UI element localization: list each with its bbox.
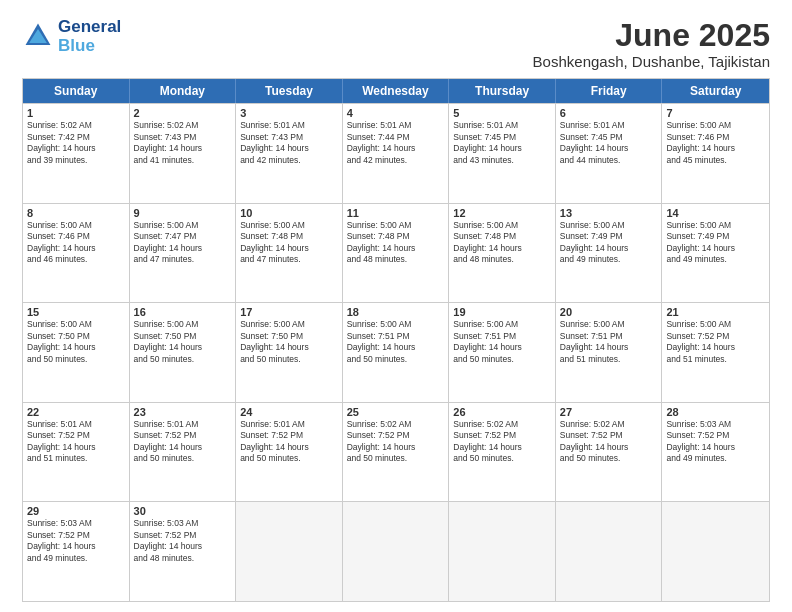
table-row (343, 502, 450, 601)
cell-text: Sunrise: 5:00 AM (27, 220, 125, 231)
table-row (236, 502, 343, 601)
table-row: 30Sunrise: 5:03 AMSunset: 7:52 PMDayligh… (130, 502, 237, 601)
cell-text: Sunrise: 5:01 AM (240, 419, 338, 430)
day-number: 16 (134, 306, 232, 318)
table-row (662, 502, 769, 601)
cell-text: and 43 minutes. (453, 155, 551, 166)
table-row: 16Sunrise: 5:00 AMSunset: 7:50 PMDayligh… (130, 303, 237, 402)
day-number: 13 (560, 207, 658, 219)
cell-text: Sunrise: 5:02 AM (134, 120, 232, 131)
table-row: 25Sunrise: 5:02 AMSunset: 7:52 PMDayligh… (343, 403, 450, 502)
calendar-body: 1Sunrise: 5:02 AMSunset: 7:42 PMDaylight… (23, 103, 769, 601)
cell-text: Sunset: 7:52 PM (666, 430, 765, 441)
cell-text: and 50 minutes. (453, 354, 551, 365)
calendar-row: 22Sunrise: 5:01 AMSunset: 7:52 PMDayligh… (23, 402, 769, 502)
logo: General Blue (22, 18, 121, 55)
header-saturday: Saturday (662, 79, 769, 103)
cell-text: Sunset: 7:52 PM (453, 430, 551, 441)
day-number: 28 (666, 406, 765, 418)
cell-text: Sunset: 7:43 PM (240, 132, 338, 143)
table-row: 29Sunrise: 5:03 AMSunset: 7:52 PMDayligh… (23, 502, 130, 601)
cell-text: and 50 minutes. (453, 453, 551, 464)
table-row: 6Sunrise: 5:01 AMSunset: 7:45 PMDaylight… (556, 104, 663, 203)
cell-text: and 44 minutes. (560, 155, 658, 166)
calendar-subtitle: Boshkengash, Dushanbe, Tajikistan (533, 53, 770, 70)
table-row: 2Sunrise: 5:02 AMSunset: 7:43 PMDaylight… (130, 104, 237, 203)
day-number: 20 (560, 306, 658, 318)
calendar-row: 1Sunrise: 5:02 AMSunset: 7:42 PMDaylight… (23, 103, 769, 203)
cell-text: and 50 minutes. (134, 453, 232, 464)
cell-text: Sunrise: 5:02 AM (347, 419, 445, 430)
day-number: 24 (240, 406, 338, 418)
cell-text: Sunrise: 5:00 AM (560, 319, 658, 330)
cell-text: Sunrise: 5:03 AM (134, 518, 232, 529)
cell-text: Daylight: 14 hours (27, 442, 125, 453)
cell-text: Sunset: 7:46 PM (27, 231, 125, 242)
cell-text: and 51 minutes. (27, 453, 125, 464)
cell-text: and 42 minutes. (347, 155, 445, 166)
cell-text: Sunset: 7:51 PM (560, 331, 658, 342)
cell-text: Daylight: 14 hours (134, 243, 232, 254)
table-row: 5Sunrise: 5:01 AMSunset: 7:45 PMDaylight… (449, 104, 556, 203)
header: General Blue June 2025 Boshkengash, Dush… (22, 18, 770, 70)
cell-text: Sunset: 7:52 PM (27, 530, 125, 541)
cell-text: and 39 minutes. (27, 155, 125, 166)
cell-text: Sunset: 7:52 PM (134, 430, 232, 441)
table-row: 15Sunrise: 5:00 AMSunset: 7:50 PMDayligh… (23, 303, 130, 402)
cell-text: and 49 minutes. (666, 254, 765, 265)
table-row: 28Sunrise: 5:03 AMSunset: 7:52 PMDayligh… (662, 403, 769, 502)
table-row: 1Sunrise: 5:02 AMSunset: 7:42 PMDaylight… (23, 104, 130, 203)
cell-text: Sunset: 7:44 PM (347, 132, 445, 143)
calendar-header: Sunday Monday Tuesday Wednesday Thursday… (23, 79, 769, 103)
cell-text: Sunset: 7:52 PM (560, 430, 658, 441)
day-number: 12 (453, 207, 551, 219)
cell-text: Daylight: 14 hours (134, 541, 232, 552)
calendar-title: June 2025 (533, 18, 770, 53)
logo-icon (22, 20, 54, 52)
header-thursday: Thursday (449, 79, 556, 103)
table-row: 20Sunrise: 5:00 AMSunset: 7:51 PMDayligh… (556, 303, 663, 402)
day-number: 1 (27, 107, 125, 119)
cell-text: Sunset: 7:50 PM (240, 331, 338, 342)
cell-text: and 51 minutes. (560, 354, 658, 365)
cell-text: Sunset: 7:52 PM (27, 430, 125, 441)
cell-text: Sunset: 7:49 PM (560, 231, 658, 242)
table-row: 11Sunrise: 5:00 AMSunset: 7:48 PMDayligh… (343, 204, 450, 303)
table-row: 27Sunrise: 5:02 AMSunset: 7:52 PMDayligh… (556, 403, 663, 502)
table-row: 12Sunrise: 5:00 AMSunset: 7:48 PMDayligh… (449, 204, 556, 303)
cell-text: and 47 minutes. (240, 254, 338, 265)
table-row: 21Sunrise: 5:00 AMSunset: 7:52 PMDayligh… (662, 303, 769, 402)
day-number: 23 (134, 406, 232, 418)
day-number: 27 (560, 406, 658, 418)
day-number: 11 (347, 207, 445, 219)
cell-text: and 49 minutes. (27, 553, 125, 564)
day-number: 21 (666, 306, 765, 318)
cell-text: Sunset: 7:50 PM (27, 331, 125, 342)
cell-text: Sunrise: 5:00 AM (240, 220, 338, 231)
cell-text: Daylight: 14 hours (666, 243, 765, 254)
table-row: 13Sunrise: 5:00 AMSunset: 7:49 PMDayligh… (556, 204, 663, 303)
cell-text: Sunrise: 5:00 AM (27, 319, 125, 330)
cell-text: Daylight: 14 hours (347, 342, 445, 353)
table-row: 17Sunrise: 5:00 AMSunset: 7:50 PMDayligh… (236, 303, 343, 402)
table-row: 18Sunrise: 5:00 AMSunset: 7:51 PMDayligh… (343, 303, 450, 402)
cell-text: and 48 minutes. (347, 254, 445, 265)
cell-text: Sunset: 7:48 PM (453, 231, 551, 242)
cell-text: and 46 minutes. (27, 254, 125, 265)
cell-text: and 45 minutes. (666, 155, 765, 166)
cell-text: and 48 minutes. (453, 254, 551, 265)
cell-text: Sunrise: 5:01 AM (347, 120, 445, 131)
cell-text: and 50 minutes. (347, 354, 445, 365)
table-row: 23Sunrise: 5:01 AMSunset: 7:52 PMDayligh… (130, 403, 237, 502)
cell-text: Sunrise: 5:01 AM (240, 120, 338, 131)
cell-text: Sunrise: 5:00 AM (240, 319, 338, 330)
day-number: 26 (453, 406, 551, 418)
table-row: 24Sunrise: 5:01 AMSunset: 7:52 PMDayligh… (236, 403, 343, 502)
cell-text: Sunset: 7:47 PM (134, 231, 232, 242)
logo-general: General (58, 18, 121, 37)
cell-text: and 50 minutes. (347, 453, 445, 464)
day-number: 30 (134, 505, 232, 517)
table-row: 9Sunrise: 5:00 AMSunset: 7:47 PMDaylight… (130, 204, 237, 303)
cell-text: Sunrise: 5:00 AM (134, 220, 232, 231)
cell-text: Sunrise: 5:03 AM (27, 518, 125, 529)
